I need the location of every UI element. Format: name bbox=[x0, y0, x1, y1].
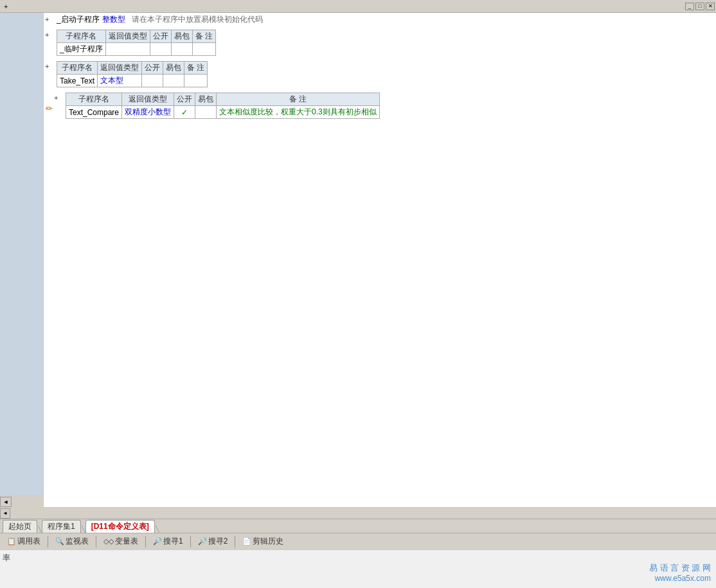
temp-proc-name-cell: _临时子程序 bbox=[57, 43, 106, 56]
taketext-section: + 子程序名 返回值类型 公开 易包 备 注 bbox=[45, 61, 715, 89]
toolbar-sep-1 bbox=[48, 536, 48, 548]
search1-icon: 🔎 bbox=[153, 537, 162, 546]
content-area: ◄ + _启动子程序 整数型 请在本子程序中放置易模块初始化代码 + bbox=[0, 13, 716, 507]
temp-proc-row: _临时子程序 bbox=[57, 43, 216, 56]
search2-label: 搜寻2 bbox=[208, 536, 228, 547]
window-controls: _ □ ✕ bbox=[685, 3, 715, 10]
textcompare-table-header-row: 子程序名 返回值类型 公开 易包 备 注 bbox=[66, 93, 380, 106]
taketext-table-header-row: 子程序名 返回值类型 公开 易包 备 注 bbox=[57, 62, 208, 75]
sidebar-scroll-area[interactable] bbox=[0, 13, 43, 495]
taketext-proc-name-cell: Take_Text bbox=[57, 75, 98, 87]
calltable-icon: 📋 bbox=[7, 537, 16, 546]
textcompare-proc-type-cell: 双精度小数型 bbox=[122, 106, 174, 119]
watermark-main-text: 易 语 言 资 源 网 bbox=[649, 562, 711, 574]
taketext-proc-row: Take_Text 文本型 bbox=[57, 75, 208, 87]
taketext-proc-type-cell: 文本型 bbox=[98, 75, 142, 87]
col-note-1: 备 注 bbox=[192, 30, 215, 43]
tab-d11[interactable]: [D11命令定义表] bbox=[85, 520, 155, 533]
col-note-2: 备 注 bbox=[184, 62, 208, 75]
taketext-table: 子程序名 返回值类型 公开 易包 备 注 Take_Text 文本型 bbox=[57, 61, 208, 87]
tab-program-set-label: 程序集1 bbox=[48, 521, 75, 532]
temp-proc-easypack-cell bbox=[171, 43, 192, 56]
temp-section: + 子程序名 返回值类型 公开 易包 备 注 bbox=[45, 30, 715, 57]
textcompare-proc-row[interactable]: Text_Compare 双精度小数型 ✓ 文本相似度比较，权重大于0.3则具有… bbox=[66, 106, 380, 119]
cliphistory-button[interactable]: 📄 剪辑历史 bbox=[238, 534, 288, 549]
search1-label: 搜寻1 bbox=[163, 536, 183, 547]
startup-content: _启动子程序 整数型 请在本子程序中放置易模块初始化代码 bbox=[57, 14, 715, 26]
startup-section: + _启动子程序 整数型 请在本子程序中放置易模块初始化代码 bbox=[45, 14, 715, 26]
textcompare-table: 子程序名 返回值类型 公开 易包 备 注 Text_Compare 双精度小数型 bbox=[66, 93, 380, 119]
tab-d11-label: [D11命令定义表] bbox=[91, 521, 149, 532]
taketext-proc-easypack-cell bbox=[163, 75, 184, 87]
textcompare-proc-note-cell: 文本相似度比较，权重大于0.3则具有初步相似 bbox=[217, 106, 380, 119]
col-easypack-2: 易包 bbox=[163, 62, 184, 75]
col-subname-1: 子程序名 bbox=[57, 30, 106, 43]
startup-header-row: _启动子程序 整数型 请在本子程序中放置易模块初始化代码 bbox=[57, 14, 715, 25]
monitor-button[interactable]: 🔍 监视表 bbox=[51, 534, 93, 549]
textcompare-content: 子程序名 返回值类型 公开 易包 备 注 Text_Compare 双精度小数型 bbox=[66, 93, 715, 120]
taketext-proc-public-cell bbox=[142, 75, 163, 87]
watermark: 易 语 言 资 源 网 www.e5a5x.com bbox=[649, 562, 711, 583]
taketext-content: 子程序名 返回值类型 公开 易包 备 注 Take_Text 文本型 bbox=[57, 61, 715, 89]
startup-proc-type: 整数型 bbox=[102, 14, 125, 25]
watermark-url-text: www.e5a5x.com bbox=[649, 574, 711, 583]
top-add-button[interactable]: + bbox=[1, 3, 10, 10]
tab-program-set[interactable]: 程序集1 bbox=[42, 520, 81, 533]
taketext-proc-note-cell bbox=[184, 75, 208, 87]
pencil-icon: ✎ bbox=[44, 103, 54, 114]
tab-separator-2: ╲ bbox=[82, 526, 85, 533]
cliphistory-label: 剪辑历史 bbox=[253, 536, 283, 547]
hscroll-left-button[interactable]: ◄ bbox=[0, 508, 10, 519]
search2-icon: 🔎 bbox=[198, 537, 207, 546]
col-returntype-1: 返回值类型 bbox=[105, 30, 150, 43]
variable-label: 变量表 bbox=[115, 536, 138, 547]
col-subname-2: 子程序名 bbox=[57, 62, 98, 75]
col-public-1: 公开 bbox=[150, 30, 171, 43]
main-container: + _ □ ✕ ◄ + _启动子程序 整数型 bbox=[0, 0, 716, 588]
search1-button[interactable]: 🔎 搜寻1 bbox=[148, 534, 188, 549]
minimize-button[interactable]: _ bbox=[685, 3, 694, 10]
editor-area[interactable]: + _启动子程序 整数型 请在本子程序中放置易模块初始化代码 + bbox=[44, 13, 716, 507]
search2-button[interactable]: 🔎 搜寻2 bbox=[193, 534, 233, 549]
status-bar: 率 易 语 言 资 源 网 www.e5a5x.com bbox=[0, 549, 716, 588]
close-button[interactable]: ✕ bbox=[706, 3, 715, 10]
taketext-plus-button[interactable]: + bbox=[45, 61, 55, 70]
calltable-button[interactable]: 📋 调用表 bbox=[3, 534, 45, 549]
textcompare-proc-public-cell: ✓ bbox=[174, 106, 195, 119]
variable-button[interactable]: ◇◇ 变量表 bbox=[99, 534, 143, 549]
col-public-2: 公开 bbox=[142, 62, 163, 75]
textcompare-proc-easypack-cell bbox=[195, 106, 217, 119]
status-text: 率 bbox=[3, 553, 10, 564]
temp-content: 子程序名 返回值类型 公开 易包 备 注 _临时子程序 bbox=[57, 30, 715, 57]
startup-proc-name: _启动子程序 bbox=[57, 14, 100, 25]
textcompare-plus-button[interactable]: + bbox=[54, 93, 64, 102]
temp-table: 子程序名 返回值类型 公开 易包 备 注 _临时子程序 bbox=[57, 30, 216, 56]
toolbar-sep-3 bbox=[145, 536, 146, 548]
tab-separator-3: ╲ bbox=[156, 526, 159, 533]
temp-proc-type-cell bbox=[105, 43, 150, 56]
col-returntype-3: 返回值类型 bbox=[122, 93, 174, 106]
toolbar-sep-2 bbox=[96, 536, 96, 548]
textcompare-proc-name-cell: Text_Compare bbox=[66, 106, 122, 119]
sidebar: ◄ bbox=[0, 13, 44, 507]
col-note-3: 备 注 bbox=[217, 93, 380, 106]
temp-proc-note-cell bbox=[192, 43, 215, 56]
monitor-label: 监视表 bbox=[66, 536, 89, 547]
maximize-button[interactable]: □ bbox=[695, 3, 704, 10]
temp-table-header-row: 子程序名 返回值类型 公开 易包 备 注 bbox=[57, 30, 216, 43]
cliphistory-icon: 📄 bbox=[242, 537, 251, 546]
tab-home[interactable]: 起始页 bbox=[3, 520, 37, 533]
col-subname-3: 子程序名 bbox=[66, 93, 122, 106]
temp-proc-public-cell bbox=[150, 43, 171, 56]
variable-icon: ◇◇ bbox=[103, 537, 114, 546]
startup-plus-button[interactable]: + bbox=[45, 14, 55, 23]
tab-bar: 起始页 ╲ 程序集1 ╲ [D11命令定义表] ╲ bbox=[0, 519, 716, 533]
sidebar-bottom-scroll: ◄ bbox=[0, 495, 43, 507]
col-easypack-3: 易包 bbox=[195, 93, 217, 106]
col-returntype-2: 返回值类型 bbox=[98, 62, 142, 75]
startup-description: 请在本子程序中放置易模块初始化代码 bbox=[132, 14, 263, 25]
sidebar-scroll-left-button[interactable]: ◄ bbox=[0, 497, 12, 507]
temp-plus-button[interactable]: + bbox=[45, 30, 55, 39]
editor-hscroll: ◄ bbox=[0, 507, 716, 519]
plus-icon: + bbox=[4, 3, 8, 10]
